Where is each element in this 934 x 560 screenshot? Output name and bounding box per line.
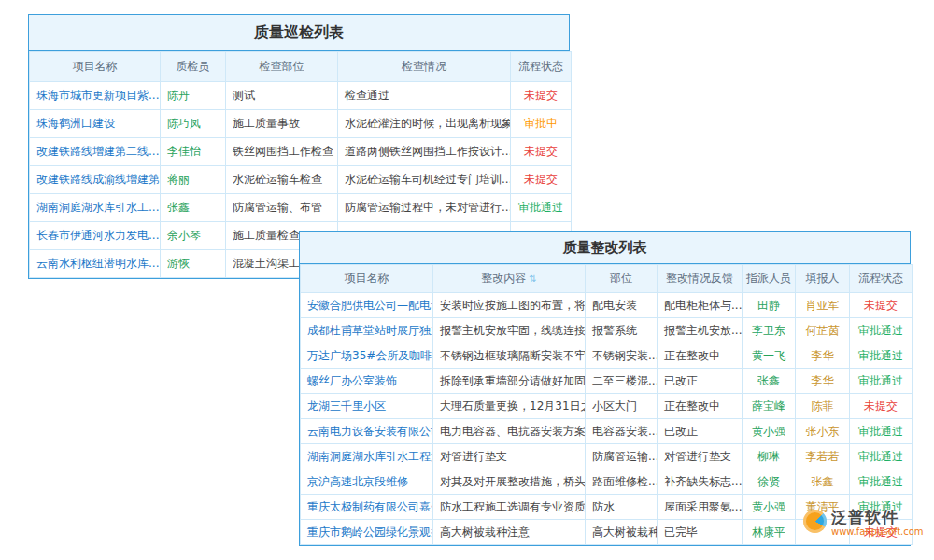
assignee-cell: 张鑫 xyxy=(743,369,796,394)
project-name-link[interactable]: 螺丝厂办公室装饰 xyxy=(301,369,433,394)
rectification-feedback-cell: 已完毕 xyxy=(658,520,743,545)
project-name-link[interactable]: 万达广场35#会所及咖啡厅空... xyxy=(301,343,433,369)
assignee-cell: 薛宝峰 xyxy=(743,394,796,419)
inspection-part-cell: 铁丝网围挡工作检查 xyxy=(226,138,338,166)
table-row: 龙湖三千里小区大理石质量更换，12月31日之...小区大门正在整改中薛宝峰陈菲未… xyxy=(301,394,913,419)
rectification-feedback-cell: 正在整改中 xyxy=(658,343,743,369)
inspector-cell: 张鑫 xyxy=(161,194,226,222)
inspection-header-row: 项目名称 质检员 检查部位 检查情况 流程状态 xyxy=(30,52,572,82)
column-header-feedback: 整改情况反馈 xyxy=(658,265,743,293)
inspector-cell: 李佳怡 xyxy=(161,138,226,166)
assignee-cell: 徐贤 xyxy=(743,469,796,495)
table-row: 螺丝厂办公室装饰拆除到承重墙部分请做好加固...二至三楼混...已改正张鑫李华审… xyxy=(301,369,913,394)
assignee-cell: 田静 xyxy=(743,293,796,318)
rectification-content-cell: 不锈钢边框玻璃隔断安装不牢... xyxy=(433,343,586,369)
rectification-feedback-cell: 报警主机安放... xyxy=(658,318,743,343)
table-row: 安徽合肥供电公司—配电设备...安装时应按施工图的布置，将...配电安装配电柜柜… xyxy=(301,293,913,318)
brand-logo: 泛普软件 www.fanpusoft.com xyxy=(803,508,924,538)
column-header-assignee: 指派人员 xyxy=(743,265,796,293)
project-name-link[interactable]: 湖南洞庭湖水库引水工程施工... xyxy=(301,444,433,469)
reporter-cell: 肖亚军 xyxy=(796,293,850,318)
inspection-panel-title: 质量巡检列表 xyxy=(29,15,569,51)
assignee-cell: 黄小强 xyxy=(743,419,796,444)
rectification-part-cell: 配电安装 xyxy=(586,293,658,318)
reporter-cell: 张小东 xyxy=(796,419,850,444)
rectification-part-cell: 防腐管运输... xyxy=(586,444,658,469)
status-badge: 未提交 xyxy=(511,138,572,166)
rectification-feedback-cell: 已改正 xyxy=(658,369,743,394)
brand-name: 泛普软件 xyxy=(831,508,924,526)
assignee-cell: 黄小强 xyxy=(743,495,796,520)
inspection-part-cell: 防腐管运输、布管 xyxy=(226,194,338,222)
status-badge: 未提交 xyxy=(511,166,572,194)
project-name-link[interactable]: 京沪高速北京段维修 xyxy=(301,469,433,495)
column-header-part: 检查部位 xyxy=(226,52,338,82)
column-header-inspector: 质检员 xyxy=(161,52,226,82)
status-badge: 未提交 xyxy=(850,394,913,419)
project-name-link[interactable]: 珠海鹤洲口建设 xyxy=(30,110,161,138)
rectification-feedback-cell: 补齐缺失标志... xyxy=(658,469,743,495)
project-name-link[interactable]: 云南水利枢纽潜明水库... xyxy=(30,250,161,278)
reporter-cell: 张鑫 xyxy=(796,469,850,495)
rectification-feedback-cell: 已改正 xyxy=(658,419,743,444)
brand-text: 泛普软件 www.fanpusoft.com xyxy=(831,508,924,538)
reporter-cell: 陈菲 xyxy=(796,394,850,419)
rectification-content-cell: 高大树被栽种注意 xyxy=(433,520,586,545)
column-header-content: 整改内容⇅ xyxy=(433,265,586,293)
rectification-feedback-cell: 对管进行垫支 xyxy=(658,444,743,469)
rectification-content-cell: 报警主机安放牢固，线缆连接... xyxy=(433,318,586,343)
project-name-link[interactable]: 成都杜甫草堂站时展厅独立展... xyxy=(301,318,433,343)
rectification-feedback-cell: 屋面采用聚氨... xyxy=(658,495,743,520)
status-badge: 审批通过 xyxy=(850,469,913,495)
inspection-situation-cell: 道路两侧铁丝网围挡工作按设计... xyxy=(338,138,511,166)
project-name-link[interactable]: 珠海市城市更新项目紫... xyxy=(30,82,161,110)
table-row: 湖南洞庭湖水库引水工...张鑫防腐管运输、布管防腐管运输过程中，未对管进行...… xyxy=(30,194,572,222)
table-row: 湖南洞庭湖水库引水工程施工...对管进行垫支防腐管运输...对管进行垫支柳琳李若… xyxy=(301,444,913,469)
reporter-cell: 李若若 xyxy=(796,444,850,469)
status-badge: 审批通过 xyxy=(850,419,913,444)
inspection-situation-cell: 防腐管运输过程中，未对管进行... xyxy=(338,194,511,222)
rectification-part-cell: 小区大门 xyxy=(586,394,658,419)
inspection-situation-cell: 检查通过 xyxy=(338,82,511,110)
brand-url: www.fanpusoft.com xyxy=(831,526,924,538)
rectification-content-cell: 拆除到承重墙部分请做好加固... xyxy=(433,369,586,394)
column-header-status: 流程状态 xyxy=(511,52,572,82)
status-badge: 审批中 xyxy=(511,110,572,138)
reporter-cell: 李华 xyxy=(796,369,850,394)
status-badge: 审批通过 xyxy=(850,444,913,469)
project-name-link[interactable]: 改建铁路线成渝线增建第... xyxy=(30,166,161,194)
project-name-link[interactable]: 湖南洞庭湖水库引水工... xyxy=(30,194,161,222)
rectification-header-row: 项目名称 整改内容⇅ 部位 整改情况反馈 指派人员 填报人 流程状态 xyxy=(301,265,913,293)
rectification-part-cell: 路面维修检... xyxy=(586,469,658,495)
inspector-cell: 游恢 xyxy=(161,250,226,278)
rectification-panel: 质量整改列表 项目名称 整改内容⇅ 部位 整改情况反馈 指派人员 填报人 流程状… xyxy=(299,231,911,546)
inspection-part-cell: 施工质量事故 xyxy=(226,110,338,138)
rectification-part-cell: 高大树被栽种 xyxy=(586,520,658,545)
rectification-content-cell: 安装时应按施工图的布置，将... xyxy=(433,293,586,318)
column-header-content-label: 整改内容 xyxy=(481,272,526,285)
project-name-link[interactable]: 龙湖三千里小区 xyxy=(301,394,433,419)
inspector-cell: 陈巧凤 xyxy=(161,110,226,138)
table-row: 万达广场35#会所及咖啡厅空...不锈钢边框玻璃隔断安装不牢...不锈钢安装..… xyxy=(301,343,913,369)
project-name-link[interactable]: 长春市伊通河水力发电... xyxy=(30,222,161,250)
status-badge: 审批通过 xyxy=(850,369,913,394)
project-name-link[interactable]: 云南电力设备安装有限公司20... xyxy=(301,419,433,444)
project-name-link[interactable]: 安徽合肥供电公司—配电设备... xyxy=(301,293,433,318)
rectification-part-cell: 报警系统 xyxy=(586,318,658,343)
project-name-link[interactable]: 改建铁路线增建第二线... xyxy=(30,138,161,166)
column-header-part: 部位 xyxy=(586,265,658,293)
fanpu-logo-icon xyxy=(803,510,827,533)
table-row: 云南电力设备安装有限公司20...电力电容器、电抗器安装方案,...电容器安装.… xyxy=(301,419,913,444)
rectification-feedback-cell: 正在整改中 xyxy=(658,394,743,419)
inspection-part-cell: 测试 xyxy=(226,82,338,110)
rectification-part-cell: 不锈钢安装... xyxy=(586,343,658,369)
table-row: 珠海鹤洲口建设陈巧凤施工质量事故水泥砼灌注的时候，出现离析现象审批中 xyxy=(30,110,572,138)
sort-icon[interactable]: ⇅ xyxy=(529,273,536,284)
project-name-link[interactable]: 重庆市鹅岭公园绿化景观提升... xyxy=(301,520,433,545)
status-badge: 审批通过 xyxy=(511,194,572,222)
project-name-link[interactable]: 重庆太极制药有限公司嘉州中... xyxy=(301,495,433,520)
assignee-cell: 黄一飞 xyxy=(743,343,796,369)
column-header-situation: 检查情况 xyxy=(338,52,511,82)
table-row: 珠海市城市更新项目紫...陈丹测试检查通过未提交 xyxy=(30,82,572,110)
column-header-status: 流程状态 xyxy=(850,265,913,293)
